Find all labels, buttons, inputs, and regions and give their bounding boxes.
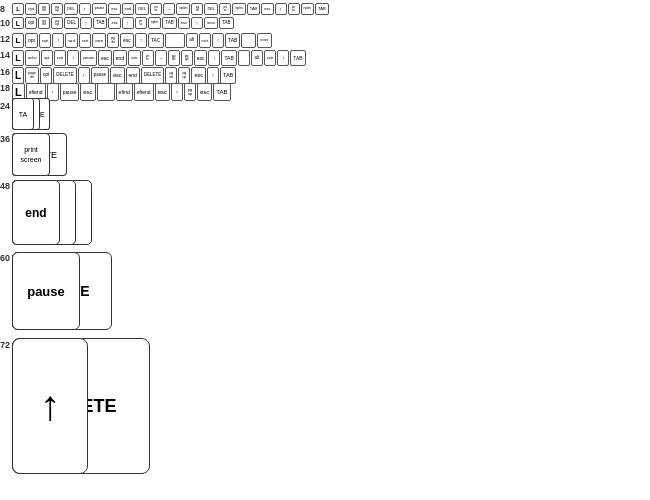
key-pgup-14[interactable]: pgup (181, 50, 193, 66)
key-esc-18[interactable]: esc (80, 83, 95, 101)
key-option-12[interactable]: opt (25, 33, 38, 48)
key-option-8a[interactable]: opt (25, 3, 37, 15)
key-pgup-8a[interactable]: pgup (51, 3, 63, 15)
key-tab-18[interactable]: TAB (213, 83, 230, 101)
key-pgdn-12[interactable]: pgdn (107, 33, 119, 48)
key-tab-8a[interactable]: TAB (247, 3, 260, 15)
key-up-16b[interactable]: ↑ (207, 67, 219, 84)
key-tab-10a[interactable]: TAB (93, 17, 107, 29)
key-pause-60[interactable]: pause (12, 252, 80, 330)
key-esc-10b[interactable]: esc (178, 17, 190, 29)
key-eften-18c[interactable]: eftend (134, 83, 154, 101)
key-print-36[interactable]: printscreen (12, 133, 50, 176)
key-tab-10c[interactable]: TAB (219, 17, 233, 29)
key-print-14[interactable]: prtsc (142, 50, 154, 66)
key-del-8c[interactable]: DEL (204, 3, 218, 15)
key-esc-16[interactable]: esc (110, 67, 125, 84)
key-opt-14[interactable]: opt (41, 50, 53, 66)
key-pause-16[interactable]: pause (91, 67, 109, 84)
key-cstr-12b[interactable]: cstr (79, 33, 91, 48)
key-blank-14[interactable] (238, 50, 250, 66)
key-option-10a[interactable]: opt (25, 17, 37, 29)
key-up-14a[interactable]: ↑ (67, 50, 79, 66)
key-blank-12[interactable] (165, 33, 185, 48)
key-ta-24[interactable]: TA (12, 98, 34, 130)
key-esc-14[interactable]: esc (98, 50, 112, 66)
key-cstr-12[interactable]: cstr (39, 33, 51, 48)
key-cstr-14[interactable]: cstr (54, 50, 66, 66)
key-cstr-12d[interactable]: cstr (199, 33, 211, 48)
key-tab-16[interactable]: TAB (220, 67, 236, 84)
key-up-10a[interactable]: ↑ (80, 17, 92, 29)
key-L-16[interactable]: L (12, 67, 24, 84)
key-arr-8a[interactable]: → (163, 3, 175, 15)
key-esc-16b[interactable]: esc (191, 67, 206, 84)
key-pause-8a[interactable]: pause (92, 3, 108, 15)
key-pgup-10[interactable]: pgup (51, 17, 63, 29)
key-tab-12a[interactable]: TAC (148, 33, 164, 48)
key-opt-16[interactable]: opt (40, 67, 52, 84)
key-cstr-12c[interactable]: care (92, 33, 106, 48)
key-alt-12[interactable]: alt (186, 33, 198, 48)
key-del-16[interactable]: DELETE (141, 67, 165, 84)
key-pgup-18[interactable]: pgup (184, 83, 196, 101)
key-esc-18b[interactable]: esc (155, 83, 170, 101)
key-esc-8b[interactable]: esc (261, 3, 273, 15)
key-prtsc-8a[interactable]: prtsc (150, 3, 162, 15)
key-tab-14[interactable]: TAB (221, 50, 236, 66)
key-prtsc-10[interactable]: prtsc (135, 17, 147, 29)
key-end-14[interactable]: end (113, 50, 127, 66)
key-cstr-14b[interactable]: cstr (128, 50, 140, 66)
key-delete-16[interactable]: DELETE (53, 67, 77, 84)
key-up-14b[interactable]: ↑ (208, 50, 220, 66)
key-echo-14[interactable]: echo (25, 50, 40, 66)
key-noncnce-10[interactable]: nonce (204, 17, 218, 29)
key-L-8[interactable]: L (12, 3, 24, 15)
key-nplim-8a[interactable]: nplim (176, 3, 190, 15)
key-del-8b[interactable]: DEL (135, 3, 149, 15)
key-eftend-18b[interactable]: eftnd (116, 83, 133, 101)
key-tab-10b[interactable]: TAB (162, 17, 176, 29)
key-blank-18[interactable] (97, 83, 115, 101)
key-pgdn-14[interactable]: pgdn (168, 50, 180, 66)
key-prtsc-8b[interactable]: prtsc (219, 3, 231, 15)
key-tab-8b[interactable]: TAB (315, 3, 328, 15)
key-esc-18c[interactable]: esc (197, 83, 212, 101)
key-alt-14[interactable]: alt (251, 50, 263, 66)
key-esc-12a[interactable]: esc (120, 33, 134, 48)
key-arr-14[interactable]: → (155, 50, 167, 66)
key-up-12c[interactable]: ↑ (212, 33, 224, 48)
key-L-14[interactable]: L (12, 50, 24, 66)
key-pgdn-8a[interactable]: pgdn (38, 3, 50, 15)
key-up-18b[interactable]: ↑ (171, 83, 183, 101)
key-cstr-14c[interactable]: cstr (264, 50, 276, 66)
key-prtsc-8c[interactable]: prtsc (288, 3, 300, 15)
key-up-72[interactable]: ↑ (12, 338, 88, 474)
key-pgdn-8b[interactable]: pgdn (191, 3, 203, 15)
key-up-12a[interactable]: ↑ (52, 33, 64, 48)
key-pgup-16[interactable]: pgup (178, 67, 190, 84)
key-L-10[interactable]: L (12, 17, 24, 29)
key-end-8a[interactable]: end (122, 3, 135, 15)
key-nplim-8c[interactable]: nplm (301, 3, 315, 15)
key-wrd-12[interactable]: wrd (65, 33, 77, 48)
key-blank-12b[interactable] (241, 33, 256, 48)
key-tab-12b[interactable]: TAB (225, 33, 240, 48)
key-L-12[interactable]: L (12, 33, 24, 48)
key-tab-14b[interactable]: TAB (290, 50, 305, 66)
key-pgdn-16[interactable]: pgdn (165, 67, 177, 84)
key-noncnce-12[interactable]: nonce (257, 33, 271, 48)
key-up-12b[interactable]: ↑ (135, 33, 147, 48)
key-up-8a[interactable]: ↑ (79, 3, 91, 15)
key-del-10[interactable]: DEL (64, 17, 79, 29)
key-nplim-10[interactable]: nplm (148, 17, 162, 29)
key-up-14c[interactable]: ↑ (277, 50, 289, 66)
key-up-8b[interactable]: ↑ (275, 3, 287, 15)
key-pause-18[interactable]: pause (60, 83, 80, 101)
key-end-16[interactable]: end (126, 67, 140, 84)
key-esc-10a[interactable]: esc (108, 17, 120, 29)
key-pgdn-10[interactable]: pgdn (38, 17, 50, 29)
key-up-10c[interactable]: ↑ (191, 17, 203, 29)
key-del-8a[interactable]: DEL (64, 3, 78, 15)
key-pause-14[interactable]: pause (80, 50, 97, 66)
